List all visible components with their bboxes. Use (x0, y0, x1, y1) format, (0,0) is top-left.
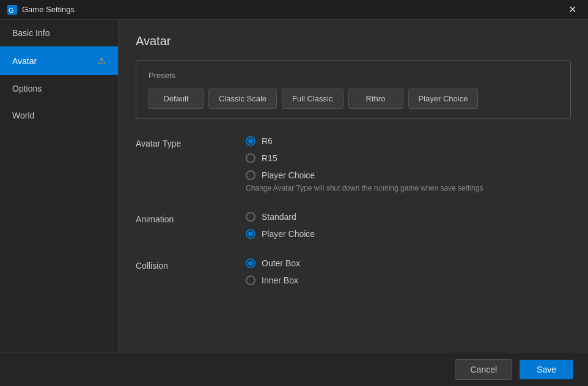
sidebar-item-options[interactable]: Options (0, 75, 118, 102)
radio-animation-player-choice (246, 229, 255, 239)
avatar-type-r6-option[interactable]: R6 (246, 136, 483, 146)
presets-box: Presets Default Classic Scale Full Class… (136, 60, 571, 119)
collision-options: Outer Box Inner Box (246, 258, 300, 285)
title-bar-left: G Game Settings (7, 5, 75, 15)
sidebar-item-label: Options (12, 84, 42, 93)
animation-player-choice-option[interactable]: Player Choice (246, 229, 315, 239)
avatar-type-r15-option[interactable]: R15 (246, 153, 483, 163)
animation-options: Standard Player Choice (246, 212, 315, 239)
radio-standard (246, 212, 255, 222)
avatar-type-options-list: R6 R15 Player Choice (246, 136, 483, 180)
collision-inner-box-option[interactable]: Inner Box (246, 275, 300, 285)
collision-outer-box-option[interactable]: Outer Box (246, 258, 300, 268)
avatar-type-options: R6 R15 Player Choice Change Avatar Type … (246, 136, 483, 192)
radio-player-choice (246, 170, 255, 180)
preset-classic-scale-button[interactable]: Classic Scale (208, 89, 277, 109)
avatar-type-player-choice-option[interactable]: Player Choice (246, 170, 483, 180)
presets-label: Presets (149, 71, 558, 80)
content-area: Avatar Presets Default Classic Scale Ful… (119, 20, 588, 386)
preset-default-button[interactable]: Default (149, 89, 204, 109)
sidebar: Basic Info Avatar ⚠ Options World (0, 20, 119, 386)
preset-player-choice-button[interactable]: Player Choice (408, 89, 479, 109)
warning-icon: ⚠ (97, 55, 106, 67)
avatar-type-r6-label: R6 (262, 136, 273, 146)
radio-r15 (246, 153, 255, 163)
close-button[interactable]: ✕ (564, 1, 581, 18)
animation-label: Animation (136, 212, 246, 224)
sidebar-item-label: Basic Info (12, 28, 50, 38)
presets-buttons: Default Classic Scale Full Classic Rthro… (149, 89, 558, 109)
sidebar-item-label: Avatar (12, 56, 37, 66)
main-layout: Basic Info Avatar ⚠ Options World Avatar… (0, 20, 588, 386)
animation-standard-option[interactable]: Standard (246, 212, 315, 222)
collision-outer-box-label: Outer Box (262, 258, 300, 268)
sidebar-item-world[interactable]: World (0, 102, 118, 129)
sidebar-item-basic-info[interactable]: Basic Info (0, 20, 118, 46)
sidebar-item-avatar[interactable]: Avatar ⚠ (0, 46, 118, 75)
title-bar: G Game Settings ✕ (0, 0, 588, 20)
avatar-type-note: Change Avatar Type will shut down the ru… (246, 184, 483, 192)
avatar-type-label: Avatar Type (136, 136, 246, 148)
avatar-type-r15-label: R15 (262, 153, 277, 163)
page-title: Avatar (136, 34, 571, 48)
animation-standard-label: Standard (262, 212, 296, 222)
avatar-type-section: Avatar Type R6 R15 Player Choice (136, 136, 571, 192)
save-button[interactable]: Save (520, 360, 573, 379)
preset-full-classic-button[interactable]: Full Classic (282, 89, 343, 109)
preset-rthro-button[interactable]: Rthro (348, 89, 403, 109)
footer: Cancel Save (0, 352, 588, 386)
radio-r6 (246, 136, 255, 146)
radio-inner-box (246, 275, 255, 285)
cancel-button[interactable]: Cancel (455, 359, 512, 380)
app-icon: G (7, 5, 17, 15)
collision-label: Collision (136, 258, 246, 271)
window-title: Game Settings (22, 5, 75, 14)
animation-player-choice-label: Player Choice (262, 229, 315, 239)
svg-text:G: G (9, 7, 14, 14)
collision-section: Collision Outer Box Inner Box (136, 258, 571, 285)
sidebar-item-label: World (12, 111, 34, 120)
avatar-type-player-choice-label: Player Choice (262, 170, 315, 180)
animation-section: Animation Standard Player Choice (136, 212, 571, 239)
radio-outer-box (246, 258, 255, 268)
collision-inner-box-label: Inner Box (262, 275, 298, 285)
